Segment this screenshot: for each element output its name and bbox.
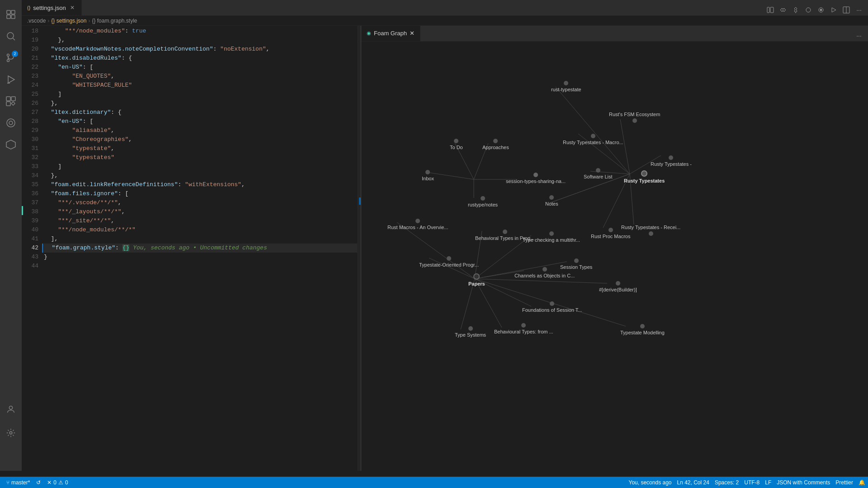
code-line: ] (42, 162, 361, 171)
line-ending-label: LF (765, 479, 771, 486)
tab-bar: {} settings.json ✕ (22, 0, 868, 16)
breadcrumb-vscode[interactable]: .vscode (27, 18, 46, 24)
encoding-item[interactable]: UTF-8 (741, 477, 762, 488)
code-line: ] (42, 90, 361, 99)
svg-point-18 (9, 406, 12, 409)
circle1-button[interactable] (803, 5, 814, 15)
settings-gear-icon[interactable] (0, 422, 22, 444)
settings-json-tab[interactable]: {} settings.json ✕ (22, 0, 82, 15)
account-icon[interactable] (0, 399, 22, 420)
more-actions-button[interactable]: ··· (854, 5, 864, 15)
status-right: You, seconds ago Ln 42, Col 24 Spaces: 2… (626, 477, 868, 488)
main-container: {} settings.json ✕ (22, 0, 868, 471)
git-change-indicator (22, 206, 23, 215)
code-line: "typestates" (42, 153, 361, 162)
breadcrumb-section[interactable]: {} foam.graph.style (92, 18, 137, 24)
node-rusts-fsm[interactable]: Rust's FSM Ecosystem (609, 112, 660, 123)
split-panel: 1819202122 2324252627 2829303132 3334353… (22, 26, 868, 471)
node-papers[interactable]: Papers (468, 273, 485, 286)
svg-point-8 (7, 60, 9, 62)
node-rusty-typestates-2[interactable]: Rusty Typestates - (651, 155, 692, 167)
notification-icon-item[interactable]: 🔔 (856, 477, 868, 488)
code-line: }, (42, 36, 361, 45)
language-label: JSON with Comments (777, 479, 830, 486)
graph-more-button[interactable]: ··· (854, 30, 864, 41)
active-code-line[interactable]: "foam.graph.style": {}You, seconds ago •… (42, 244, 361, 253)
source-control-icon[interactable]: 2 (0, 47, 22, 69)
svg-marker-26 (832, 8, 836, 12)
svg-rect-2 (7, 15, 10, 19)
node-foundations-session[interactable]: Foundations of Session T... (522, 301, 582, 313)
node-to-do[interactable]: To Do (450, 139, 463, 150)
node-rusty-typestates[interactable]: Rusty Typestates (624, 170, 665, 183)
foam-graph-close-button[interactable]: ✕ (410, 30, 415, 37)
open-changes-button[interactable] (778, 5, 788, 15)
foam-notes-icon[interactable] (0, 112, 22, 134)
svg-line-42 (397, 222, 475, 279)
graph-actions: ··· (850, 30, 868, 41)
git-branch-item[interactable]: ⑂ master* (4, 477, 33, 488)
language-item[interactable]: JSON with Comments (774, 477, 833, 488)
foam-graph-tab[interactable]: ◉ Foam Graph ✕ (361, 26, 420, 41)
code-line: "Choreographies", (42, 135, 361, 144)
node-rusty-typestates-macro[interactable]: Rusty Typestates - Macro... (563, 134, 623, 145)
explorer-icon[interactable] (0, 4, 22, 25)
node-behavioural-types-from[interactable]: Behavioural Types: from ... (494, 323, 553, 334)
node-software-list[interactable]: Software List (584, 168, 613, 179)
json-file-icon: {} (27, 5, 30, 10)
line-ending-item[interactable]: LF (762, 477, 774, 488)
position-item[interactable]: Ln 42, Col 24 (675, 477, 712, 488)
split-editor-button[interactable] (765, 5, 776, 15)
cursor-position: Ln 42, Col 24 (677, 479, 709, 486)
code-lines: "**/node_modules": true }, "vscodeMarkdo… (42, 26, 361, 471)
svg-line-48 (475, 279, 607, 283)
code-line: "vscodeMarkdownNotes.noteCompletionConve… (42, 45, 361, 54)
extensions-icon[interactable] (0, 90, 22, 112)
code-line: "en-US": [ (42, 117, 361, 126)
tab-actions: ··· (761, 5, 868, 15)
pin-button[interactable] (790, 5, 801, 15)
git-annotation: You, seconds ago • Uncommitted changes (133, 244, 267, 251)
errors-item[interactable]: ✕ 0 ⚠ 0 (44, 477, 71, 488)
code-line: "ltex.disabledRules": { (42, 54, 361, 63)
tab-close-button[interactable]: ✕ (69, 4, 76, 11)
code-line: "aliasable", (42, 126, 361, 135)
node-rust-macros[interactable]: Rust Macros - An Overvie... (387, 219, 448, 230)
node-rust-typestate[interactable]: rust-typestate (551, 81, 581, 92)
activity-bar: 2 (0, 0, 22, 471)
connections-icon[interactable] (0, 134, 22, 155)
circle2-button[interactable] (816, 5, 826, 15)
svg-rect-0 (7, 10, 10, 14)
node-notes[interactable]: Notes (545, 195, 558, 206)
svg-rect-21 (770, 7, 774, 13)
code-line: } (42, 253, 361, 262)
run-interactive-button[interactable] (828, 5, 839, 15)
status-bar: ⑂ master* ↺ ✕ 0 ⚠ 0 You, seconds ago Ln … (0, 477, 868, 488)
code-line: "**/node_modules": true (42, 27, 361, 36)
node-rust-proc-macros[interactable]: Rust Proc Macros (591, 228, 630, 239)
node-type-systems[interactable]: Type Systems (455, 326, 486, 338)
foam-graph-icon: ◉ (367, 30, 371, 36)
node-typestate-modelling[interactable]: Typestate Modelling (620, 324, 665, 335)
formatter-item[interactable]: Prettier (833, 477, 856, 488)
code-line: }, (42, 171, 361, 180)
node-session-types-sharing[interactable]: session-types-sharing-na... (506, 173, 566, 184)
code-line: "typestate", (42, 144, 361, 153)
search-icon[interactable] (0, 25, 22, 47)
svg-marker-17 (6, 140, 15, 149)
breadcrumb-file[interactable]: {} settings.json (51, 18, 86, 24)
code-line: "ltex.dictionary": { (42, 108, 361, 117)
node-type-checking[interactable]: Type checking a multithr... (523, 231, 580, 243)
spaces-item[interactable]: Spaces: 2 (712, 477, 741, 488)
node-channels-as-objects[interactable]: Channels as Objects in C... (514, 267, 575, 278)
run-icon[interactable] (0, 69, 22, 90)
split-view-button[interactable] (841, 5, 852, 15)
node-derive-builder[interactable]: #[derive(Builder)] (599, 281, 637, 292)
node-typestate-oriented-prog[interactable]: Typestate-Oriented Progr... (419, 256, 479, 267)
encoding-label: UTF-8 (744, 479, 760, 486)
graph-canvas[interactable]: rust-typestate Rust's FSM Ecosystem Rust… (361, 42, 868, 471)
node-inbox[interactable]: Inbox (422, 170, 434, 181)
node-rustype-notes[interactable]: rustype/notes (468, 196, 498, 207)
sync-item[interactable]: ↺ (33, 477, 43, 488)
node-approaches[interactable]: Approaches (482, 139, 509, 150)
